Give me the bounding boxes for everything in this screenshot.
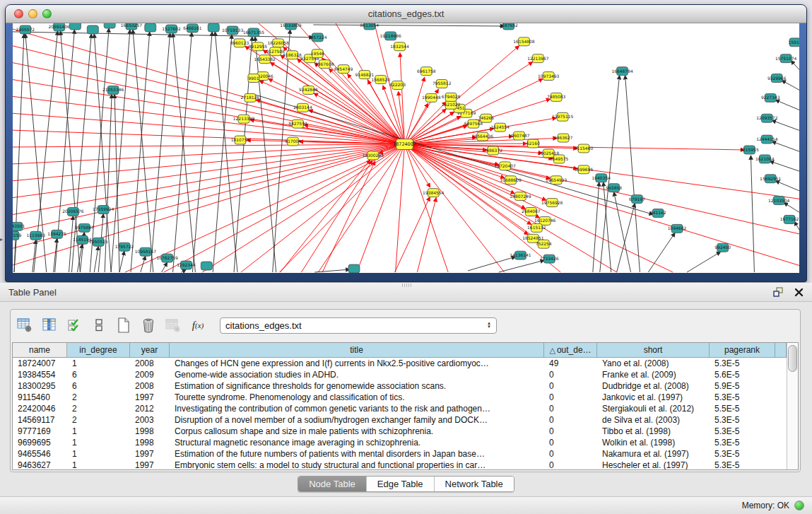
table-cell[interactable]: 1997	[130, 460, 170, 469]
table-row[interactable]: 2242004622012Investigating the contribut…	[13, 403, 787, 414]
table-cell[interactable]: 5.3E-5	[710, 426, 775, 437]
table-row[interactable]: 1830029562008Estimation of significance …	[13, 380, 787, 392]
table-cell[interactable]: 9115460	[13, 392, 67, 403]
table-cell[interactable]: 5.3E-5	[710, 448, 775, 460]
close-panel-icon[interactable]	[794, 288, 804, 297]
tab-node-table[interactable]: Node Table	[298, 477, 366, 491]
table-cell[interactable]: Jankovic et al. (1997)	[597, 392, 710, 403]
table-cell[interactable]: 1	[67, 358, 130, 369]
table-cell[interactable]: Hescheler et al. (1997)	[597, 460, 710, 469]
table-cell[interactable]: 9463627	[13, 460, 67, 469]
table-cell[interactable]: 1998	[130, 426, 170, 437]
table-cell[interactable]: Wolkin et al. (1998)	[597, 437, 710, 448]
table-cell[interactable]: 2	[67, 403, 130, 414]
table-row[interactable]: 977716911998Corpus callosum shape and si…	[13, 426, 787, 437]
new-table-icon[interactable]	[115, 317, 132, 334]
table-cell[interactable]	[775, 369, 787, 380]
table-cell[interactable]: 2009	[130, 369, 170, 380]
table-row[interactable]: 911546021997Tourette syndrome. Phenomeno…	[13, 392, 787, 403]
table-row[interactable]: 1456911722003Disruption of a novel membe…	[13, 414, 787, 426]
function-builder-icon[interactable]: f(x)	[189, 317, 206, 334]
column-header[interactable]: pagerank	[710, 343, 775, 358]
table-cell[interactable]: 49	[544, 358, 597, 369]
column-visibility-icon[interactable]	[41, 317, 58, 334]
table-row[interactable]: 946362711997Embryonic stem cells: a mode…	[13, 460, 787, 469]
column-header[interactable]: title	[170, 343, 544, 358]
column-header[interactable]: year	[130, 343, 170, 358]
table-cell[interactable]: 6	[67, 369, 130, 380]
tab-edge-table[interactable]: Edge Table	[366, 477, 434, 491]
tab-network-table[interactable]: Network Table	[434, 477, 514, 491]
table-cell[interactable]: 2008	[130, 358, 170, 369]
table-row[interactable]: 1872400712008Changes of HCN gene express…	[13, 358, 787, 369]
table-cell[interactable]: Tibbo et al. (1998)	[597, 426, 710, 437]
table-cell[interactable]: 9699695	[13, 437, 67, 448]
table-vertical-scrollbar[interactable]	[787, 343, 798, 469]
table-cell[interactable]: 2	[67, 414, 130, 426]
table-cell[interactable]: 0	[544, 460, 597, 469]
table-cell[interactable]: Investigating the contribution of common…	[170, 403, 544, 414]
table-cell[interactable]: 0	[544, 380, 597, 392]
table-cell[interactable]	[775, 448, 787, 460]
table-cell[interactable]: 1997	[130, 448, 170, 460]
table-cell[interactable]: Genome-wide association studies in ADHD.	[170, 369, 544, 380]
table-cell[interactable]: 1998	[130, 437, 170, 448]
table-cell[interactable]	[775, 392, 787, 403]
graph-node[interactable]	[104, 23, 115, 28]
table-cell[interactable]	[775, 426, 787, 437]
table-cell[interactable]: Tourette syndrome. Phenomenology and cla…	[170, 392, 544, 403]
graph-node[interactable]	[69, 23, 81, 30]
table-row[interactable]: 946554611997Estimation of the future num…	[13, 448, 787, 460]
table-cell[interactable]: 5.3E-5	[710, 437, 775, 448]
table-cell[interactable]	[775, 380, 787, 392]
table-cell[interactable]: 5.5E-5	[710, 403, 775, 414]
table-cell[interactable]: Nakamura et al. (1997)	[597, 448, 710, 460]
table-cell[interactable]: 0	[544, 437, 597, 448]
network-canvas[interactable]: 2405572206914061665325715276026466161107…	[13, 23, 799, 273]
table-cell[interactable]: 14569117	[13, 414, 67, 426]
table-row[interactable]: 969969511998Structural magnetic resonanc…	[13, 437, 787, 448]
table-cell[interactable]: 1	[67, 448, 130, 460]
table-cell[interactable]: 18300295	[13, 380, 67, 392]
table-cell[interactable]: Estimation of the future numbers of pati…	[170, 448, 544, 460]
table-cell[interactable]: 0	[544, 403, 597, 414]
memory-status-icon[interactable]	[794, 501, 804, 510]
table-selector-dropdown[interactable]: citations_edges.txt ▲▼	[220, 317, 497, 334]
zoom-button[interactable]	[42, 9, 52, 18]
panel-divider-grip[interactable]	[402, 284, 411, 287]
minimize-button[interactable]	[28, 9, 37, 18]
row-select-icon[interactable]	[66, 317, 83, 334]
table-cell[interactable]: 22420046	[13, 403, 67, 414]
table-cell[interactable]: 19384554	[13, 369, 67, 380]
table-cell[interactable]: 1	[67, 426, 130, 437]
graph-node[interactable]	[201, 262, 212, 270]
graph-node[interactable]	[208, 23, 219, 32]
sidebar-collapse-arrow-icon[interactable]: ▸	[0, 236, 3, 243]
network-window-titlebar[interactable]: citations_edges.txt	[6, 5, 806, 23]
float-panel-icon[interactable]	[773, 287, 784, 297]
table-cell[interactable]: Franke et al. (2009)	[597, 369, 710, 380]
table-cell[interactable]: 1	[67, 460, 130, 469]
table-cell[interactable]	[775, 358, 787, 369]
table-cell[interactable]: 5.3E-5	[710, 414, 775, 426]
close-button[interactable]	[14, 9, 23, 18]
table-cell[interactable]: de Silva et al. (2003)	[597, 414, 710, 426]
table-cell[interactable]: 0	[544, 369, 597, 380]
table-settings-icon[interactable]	[16, 317, 33, 334]
table-cell[interactable]	[775, 403, 787, 414]
scrollbar-thumb[interactable]	[788, 345, 797, 372]
table-cell[interactable]: 0	[544, 392, 597, 403]
table-cell[interactable]: 9465546	[13, 448, 67, 460]
column-header[interactable]: in_degree	[67, 343, 130, 358]
table-row[interactable]: 1938455462009Genome-wide association stu…	[13, 369, 787, 380]
table-cell[interactable]: 5.6E-5	[710, 369, 775, 380]
column-header[interactable]: short	[597, 343, 710, 358]
column-header[interactable]: △out_de…	[544, 343, 597, 358]
table-cell[interactable]: Dudbridge et al. (2008)	[597, 380, 710, 392]
table-cell[interactable]: 6	[67, 380, 130, 392]
table-cell[interactable]: Stergiakouli et al. (2012)	[597, 403, 710, 414]
table-cell[interactable]	[775, 414, 787, 426]
table-cell[interactable]: Structural magnetic resonance image aver…	[170, 437, 544, 448]
table-cell[interactable]: 0	[544, 448, 597, 460]
table-cell[interactable]: 5.3E-5	[710, 358, 775, 369]
